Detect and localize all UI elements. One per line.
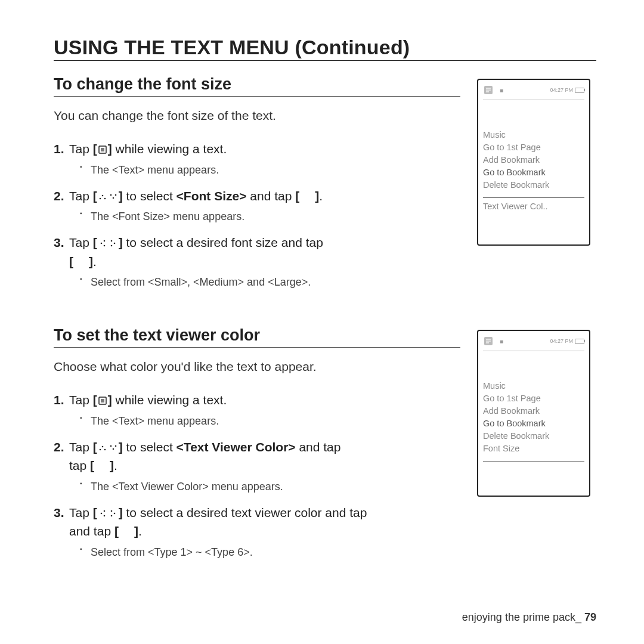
- svg-point-15: [110, 245, 112, 247]
- steps-list: Tap [] while viewing a text. The <Text> …: [54, 140, 460, 290]
- device-status: 04:27 PM: [550, 338, 584, 344]
- device-mockup-a: ■ 04:27 PM Music Go to 1st Page Add Book…: [477, 79, 590, 246]
- step-2: Tap [] to select <Text Viewer Color> and…: [54, 438, 460, 495]
- svg-point-33: [110, 510, 112, 512]
- step-3: Tap [] to select a desired font size and…: [54, 233, 460, 290]
- device-status: 04:27 PM: [550, 87, 584, 93]
- text: while viewing a text.: [112, 393, 227, 407]
- left-icon: [98, 239, 107, 248]
- step-1: Tap [] while viewing a text. The <Text> …: [54, 140, 460, 178]
- text: to select a desired text viewer color an…: [123, 506, 367, 519]
- device-menu-list: Music Go to 1st Page Add Bookmark Go to …: [483, 381, 584, 465]
- right-icon: [109, 239, 118, 248]
- text: Tap: [69, 236, 93, 249]
- substep: Select from <Small>, <Medium> and <Large…: [80, 274, 460, 290]
- svg-point-9: [114, 194, 116, 196]
- text: Tap: [69, 142, 93, 156]
- section-heading: To change the font size: [54, 75, 460, 97]
- text-app-icon: [483, 336, 494, 346]
- menu-item: Add Bookmark: [483, 155, 584, 165]
- menu-item: Go to 1st Page: [483, 143, 584, 152]
- svg-point-26: [104, 448, 106, 450]
- text-bold: <Text Viewer Color>: [177, 440, 296, 454]
- svg-point-13: [110, 240, 112, 242]
- text-bold: <Font Size>: [177, 189, 247, 203]
- text: Tap: [69, 393, 93, 407]
- text: while viewing a text.: [112, 142, 227, 156]
- text: and tap: [296, 440, 341, 454]
- page-footer: enjoying the prime pack_ 79: [462, 611, 596, 624]
- svg-point-32: [103, 515, 105, 516]
- svg-point-28: [112, 448, 114, 450]
- menu-item: Text Viewer Col..: [483, 197, 584, 211]
- svg-point-14: [113, 243, 115, 244]
- step-1: Tap [] while viewing a text. The <Text> …: [54, 391, 460, 429]
- page-title: USING THE TEXT MENU (Continued): [54, 36, 596, 59]
- substep: Select from <Type 1> ~ <Type 6>.: [80, 544, 460, 561]
- text: Tap: [69, 189, 93, 203]
- dot-icon: ■: [500, 87, 503, 94]
- menu-item: Delete Bookmark: [483, 180, 584, 190]
- svg-point-31: [100, 512, 102, 514]
- svg-point-30: [103, 510, 105, 512]
- section-intro: Choose what color you'd like the text to…: [54, 360, 460, 374]
- section-viewer-color: To set the text viewer color Choose what…: [54, 326, 596, 569]
- step-3: Tap [] to select a desired text viewer c…: [54, 503, 460, 561]
- battery-icon: [575, 339, 584, 344]
- section-intro: You can change the font size of the text…: [54, 109, 460, 123]
- dot-icon: ■: [500, 338, 503, 345]
- title-rule: [54, 60, 596, 61]
- svg-point-11: [100, 243, 102, 244]
- svg-point-6: [104, 197, 106, 199]
- text: Tap: [69, 506, 93, 519]
- svg-point-24: [99, 448, 101, 450]
- section-heading: To set the text viewer color: [54, 326, 460, 348]
- menu-item: Music: [483, 130, 584, 140]
- left-icon: [98, 509, 107, 518]
- step-2: Tap [] to select <Font Size> and tap [].…: [54, 187, 460, 225]
- menu-item: Go to Bookmark: [483, 419, 584, 428]
- right-icon: [109, 509, 118, 518]
- text: to select: [123, 440, 177, 454]
- menu-item: Go to 1st Page: [483, 394, 584, 403]
- battery-icon: [575, 88, 584, 93]
- menu-icon: [98, 396, 107, 405]
- device-mockup-b: ■ 04:27 PM Music Go to 1st Page Add Book…: [477, 330, 590, 497]
- menu-item: Font Size: [483, 444, 584, 453]
- substep: The <Text> menu appears.: [80, 413, 460, 429]
- text: and tap: [246, 189, 295, 203]
- svg-point-29: [114, 445, 116, 447]
- substep: The <Text> menu appears.: [80, 162, 460, 178]
- section-font-size: To change the font size You can change t…: [54, 75, 596, 299]
- svg-point-10: [103, 240, 105, 242]
- device-menu-list: Music Go to 1st Page Add Bookmark Go to …: [483, 130, 584, 211]
- menu-item: Delete Bookmark: [483, 431, 584, 441]
- up-icon: [98, 192, 107, 202]
- svg-point-7: [110, 194, 112, 196]
- menu-divider: [483, 461, 584, 465]
- down-icon: [109, 192, 118, 202]
- svg-point-4: [99, 197, 101, 199]
- text: Tap: [69, 440, 93, 454]
- substep: The <Text Viewer Color> menu appears.: [80, 479, 460, 495]
- svg-point-35: [110, 515, 112, 516]
- menu-item: Music: [483, 381, 584, 391]
- svg-point-25: [101, 445, 103, 447]
- svg-point-8: [112, 197, 114, 199]
- svg-point-12: [103, 245, 105, 247]
- text-app-icon: [483, 85, 494, 95]
- substep: The <Font Size> menu appears.: [80, 209, 460, 225]
- down-icon: [109, 443, 118, 453]
- svg-point-5: [101, 194, 103, 196]
- svg-point-27: [110, 445, 112, 447]
- menu-item: Add Bookmark: [483, 406, 584, 416]
- svg-point-34: [113, 512, 115, 514]
- menu-item: Go to Bookmark: [483, 168, 584, 177]
- text: to select a desired font size and tap: [123, 236, 323, 249]
- text: to select: [123, 189, 177, 203]
- menu-icon: [98, 145, 107, 154]
- up-icon: [98, 443, 107, 453]
- steps-list: Tap [] while viewing a text. The <Text> …: [54, 391, 460, 561]
